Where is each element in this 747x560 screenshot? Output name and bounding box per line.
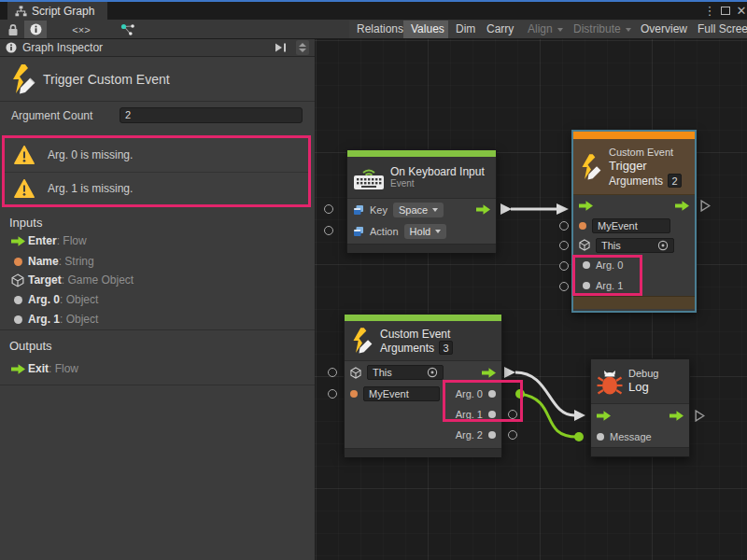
- object-picker-icon[interactable]: [657, 240, 669, 251]
- port-arguments-arg2-out[interactable]: [508, 430, 517, 440]
- event-name-field[interactable]: MyEvent: [592, 218, 670, 233]
- gameobject-cube-icon[interactable]: [579, 239, 590, 251]
- lock-icon: [7, 23, 19, 36]
- port-trigger-arg1[interactable]: [559, 282, 569, 291]
- arg0-out-label: Arg. 0: [456, 388, 483, 399]
- target-field[interactable]: This: [596, 238, 674, 253]
- event-name-field[interactable]: MyEvent: [363, 386, 440, 401]
- arg2-out-port-dot[interactable]: [488, 431, 496, 439]
- node-footer: [347, 244, 496, 253]
- graph-hierarchy-icon: [15, 6, 27, 17]
- tab-bar: Script Graph ⋮ ✕: [0, 2, 747, 20]
- action-label: Action: [370, 226, 399, 237]
- port-keyboard-key[interactable]: [324, 204, 333, 214]
- fullscreen-button[interactable]: Full Screen: [690, 21, 747, 38]
- node-title: Trigger: [609, 159, 682, 174]
- flow-output-port[interactable]: [476, 204, 490, 215]
- port-arguments-target[interactable]: [328, 368, 337, 377]
- flow-continuation-triangle[interactable]: [695, 410, 705, 422]
- arg1-label: Arg. 1: [596, 280, 623, 291]
- node-color-bar: [345, 315, 501, 321]
- arg0-out-port-dot[interactable]: [488, 390, 496, 398]
- close-button[interactable]: ✕: [734, 2, 747, 20]
- arg1-out-label: Arg. 1: [456, 409, 483, 420]
- custom-event-icon: [9, 63, 37, 95]
- node-category: Custom Event: [380, 328, 453, 341]
- graph-toolbar: <×> EventTest Zoom 1x Relations Values D…: [0, 20, 747, 39]
- bug-icon: [597, 368, 623, 396]
- object-port-icon: [7, 296, 28, 304]
- maximize-button[interactable]: [718, 2, 733, 20]
- node-color-bar: [347, 150, 496, 157]
- node-title: Log: [628, 380, 658, 395]
- window-menu-button[interactable]: ⋮: [702, 2, 717, 20]
- chevron-down-icon: [557, 28, 563, 32]
- action-dropdown[interactable]: Hold: [404, 224, 447, 239]
- graph-asset-icon: [120, 21, 136, 38]
- port-arguments-name[interactable]: [328, 389, 337, 399]
- message-label: Message: [610, 431, 652, 442]
- relations-button[interactable]: Relations: [349, 21, 411, 38]
- values-button[interactable]: Values: [403, 21, 452, 38]
- gameobject-cube-icon: [7, 273, 28, 287]
- tab-script-graph[interactable]: Script Graph: [7, 2, 107, 20]
- info-icon: [6, 42, 17, 53]
- info-icon: [30, 23, 42, 35]
- node-on-keyboard-input[interactable]: On Keyboard Input Event Key Space: [346, 149, 497, 252]
- arg1-out-port-dot[interactable]: [488, 411, 496, 418]
- gameobject-cube-icon[interactable]: [350, 367, 361, 379]
- code-view-button[interactable]: <×>: [65, 21, 97, 38]
- node-custom-event-arguments[interactable]: Custom Event Arguments3 This: [344, 314, 502, 455]
- string-port-icon[interactable]: [350, 390, 358, 398]
- input-row-arg1: Arg. 1 : Object: [0, 310, 315, 329]
- unit-title: Trigger Custom Event: [43, 72, 170, 87]
- overview-button[interactable]: Overview: [633, 21, 695, 38]
- flow-input-port[interactable]: [597, 411, 611, 421]
- dock-panel-icon[interactable]: [275, 43, 287, 52]
- lock-button[interactable]: [2, 21, 24, 38]
- argument-count-label: Argument Count: [11, 109, 92, 122]
- maximize-icon: [721, 7, 730, 15]
- node-footer: [573, 296, 695, 309]
- flow-continuation-triangle[interactable]: [700, 200, 711, 212]
- target-field[interactable]: This: [367, 365, 444, 380]
- argument-count-field[interactable]: 2: [120, 107, 303, 123]
- custom-event-icon: [350, 327, 374, 355]
- arguments-count-badge[interactable]: 2: [668, 174, 682, 188]
- port-keyboard-action[interactable]: [324, 226, 333, 235]
- warning-annotation-box: Arg. 0 is missing. Arg. 1 is missing.: [2, 135, 311, 207]
- arg0-port-dot[interactable]: [583, 261, 590, 269]
- port-trigger-name[interactable]: [559, 221, 569, 231]
- flow-output-port[interactable]: [482, 368, 496, 378]
- graph-inspector-panel: Graph Inspector Trigger Custom Event Arg…: [0, 39, 315, 560]
- panel-spinner[interactable]: [296, 40, 309, 55]
- key-dropdown[interactable]: Space: [393, 203, 444, 217]
- node-arguments-row: Arguments3: [380, 341, 453, 355]
- carry-button[interactable]: Carry: [479, 21, 521, 38]
- inspector-header: Graph Inspector: [0, 39, 315, 57]
- flow-output-port[interactable]: [669, 411, 684, 421]
- arg1-port-dot[interactable]: [583, 282, 590, 289]
- spin-down-icon: [299, 49, 306, 52]
- flow-arrow-icon: [7, 236, 28, 246]
- chevron-down-icon: [432, 208, 438, 212]
- port-trigger-target[interactable]: [559, 241, 569, 250]
- flow-arrow-icon: [7, 364, 28, 374]
- message-port-dot[interactable]: [597, 433, 604, 441]
- object-picker-icon[interactable]: [427, 367, 438, 378]
- node-debug-log[interactable]: Debug Log Message: [590, 358, 690, 457]
- inspector-toggle-button[interactable]: [24, 21, 47, 38]
- distribute-dropdown[interactable]: Distribute: [566, 21, 639, 38]
- flow-input-port[interactable]: [579, 201, 593, 211]
- dim-button[interactable]: Dim: [448, 21, 483, 38]
- port-trigger-arg0[interactable]: [559, 261, 569, 271]
- outputs-header: Outputs: [9, 339, 52, 353]
- arg0-label: Arg. 0: [596, 259, 623, 271]
- align-dropdown[interactable]: Align: [520, 21, 571, 38]
- flow-output-port[interactable]: [675, 201, 689, 211]
- arguments-count-badge[interactable]: 3: [439, 341, 453, 355]
- node-trigger-custom-event[interactable]: Custom Event Trigger Arguments2 MyEvent: [571, 130, 697, 313]
- warning-icon: [14, 179, 35, 198]
- string-port-icon[interactable]: [579, 222, 586, 230]
- port-arguments-arg1-out[interactable]: [508, 410, 517, 419]
